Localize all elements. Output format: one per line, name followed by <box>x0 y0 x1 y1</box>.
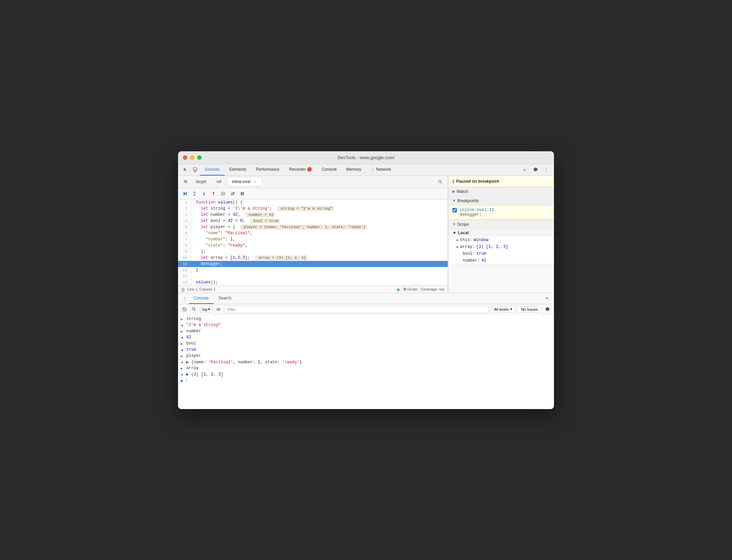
tab-console-bottom[interactable]: Console <box>189 293 214 304</box>
scope-array-arrow[interactable]: ▶ <box>457 245 459 249</box>
svg-marker-8 <box>184 192 186 195</box>
code-line: 10 let array = [1,2,3]; array = (3) [1, … <box>178 255 448 261</box>
more-options-icon[interactable]: ⋮ <box>542 165 551 174</box>
curly-braces-icon[interactable]: {} <box>181 287 185 292</box>
expand-arrow-icon[interactable]: ▶ <box>181 354 184 358</box>
file-tabbar: target ref inline-eval × <box>178 176 448 188</box>
eye-icon[interactable] <box>215 306 222 313</box>
close-tab-icon[interactable]: × <box>253 179 257 184</box>
scope-section-header[interactable]: ▼ Scope <box>448 220 554 229</box>
more-tabs-icon[interactable]: » <box>520 165 529 174</box>
breakpoint-checkbox[interactable] <box>452 208 457 212</box>
expand-arrow-icon[interactable]: ▶ <box>181 366 184 370</box>
step-into-button[interactable] <box>200 190 208 198</box>
tab-sources[interactable]: Sources <box>200 164 225 176</box>
tab-console[interactable]: Console <box>317 164 341 176</box>
resume-button[interactable] <box>181 190 189 198</box>
code-line: 8 "state": "ready", <box>178 242 448 249</box>
output-arrow-icon: ◀ <box>181 323 184 327</box>
main-nav: Sources Elements Performance Recorder 🔴 … <box>178 164 554 176</box>
toggle-navigator-icon[interactable] <box>181 177 190 186</box>
console-row-player-input: ▶ player <box>178 353 554 359</box>
search-in-file-icon[interactable] <box>435 177 445 186</box>
code-editor[interactable]: 1 function values() { 2 let string = 'I\… <box>178 199 448 285</box>
no-issues-button[interactable]: No Issues <box>517 306 542 312</box>
filter-icon[interactable] <box>190 306 198 313</box>
right-panel: ℹ Paused on breakpoint ▶ Watch ▼ Breakpo… <box>448 176 554 293</box>
breakpoint-notice-text: Paused on breakpoint <box>456 179 499 184</box>
close-console-icon[interactable]: × <box>543 294 551 303</box>
pause-on-exceptions-button[interactable] <box>238 190 246 198</box>
console-filter-input[interactable] <box>224 306 489 313</box>
file-tab-inline-eval[interactable]: inline-eval × <box>227 177 262 186</box>
file-tab-target[interactable]: target <box>191 177 211 186</box>
output-arrow-icon: ◀ <box>181 348 184 352</box>
step-over-button[interactable] <box>190 190 199 198</box>
info-icon: ℹ <box>452 179 454 184</box>
code-line: 4 let bool = 42 > 0; bool = true <box>178 218 448 224</box>
local-label: Local <box>458 230 469 235</box>
breakpoints-section-header[interactable]: ▼ Breakpoints <box>448 196 554 206</box>
console-settings-icon[interactable] <box>544 306 551 313</box>
tab-performance[interactable]: Performance <box>251 164 284 176</box>
code-line: 6 "name": "Parzival", <box>178 230 448 236</box>
close-button[interactable] <box>183 155 187 160</box>
console-row-number-input: ▶ number <box>178 328 554 335</box>
scope-this-arrow[interactable]: ▶ <box>457 238 459 242</box>
output-arrow-icon[interactable]: ◀ <box>181 360 184 364</box>
settings-icon[interactable] <box>531 165 540 174</box>
watch-collapse-icon: ▶ <box>452 190 455 193</box>
expand-arrow-icon[interactable]: ▶ <box>181 330 184 334</box>
clear-console-icon[interactable] <box>181 306 188 313</box>
breakpoint-item: inline-eval:11 debugger; <box>448 206 554 220</box>
sources-panel: target ref inline-eval × <box>178 176 448 293</box>
run-icon: ▶ <box>397 288 400 291</box>
inspect-icon[interactable] <box>181 165 190 174</box>
context-selector[interactable]: top ▾ <box>200 306 213 312</box>
expand-arrow-icon[interactable]: ▶ <box>181 342 184 346</box>
console-row-bool-input: ▶ bool <box>178 341 554 347</box>
cursor-position: Line 1, Column 1 <box>187 287 216 291</box>
tab-elements[interactable]: Elements <box>225 164 251 176</box>
device-icon[interactable] <box>190 165 200 174</box>
local-scope-header[interactable]: ▼ Local <box>448 229 554 237</box>
svg-marker-11 <box>203 194 205 195</box>
scope-bool: bool: true <box>448 250 554 257</box>
output-arrow-icon[interactable]: ◀ <box>181 373 184 377</box>
minimize-button[interactable] <box>190 155 194 160</box>
tab-memory[interactable]: Memory <box>341 164 366 176</box>
console-row-prompt[interactable]: ▶ | <box>178 378 554 384</box>
step-button[interactable] <box>219 190 227 198</box>
svg-rect-0 <box>193 168 197 170</box>
output-arrow-icon: ◀ <box>181 336 184 340</box>
tab-recorder[interactable]: Recorder 🔴 <box>284 164 317 176</box>
svg-rect-5 <box>184 182 187 183</box>
svg-point-19 <box>192 307 195 310</box>
expand-arrow-icon[interactable]: ▶ <box>181 317 184 321</box>
scope-collapse-icon: ▼ <box>452 222 456 226</box>
console-row-number-output: ◀ 42 <box>178 335 554 341</box>
tab-search[interactable]: Search <box>214 293 236 304</box>
code-line: 13 <box>178 273 448 279</box>
maximize-button[interactable] <box>197 155 202 160</box>
log-levels-selector[interactable]: All levels ▾ <box>491 306 515 312</box>
watch-section-header[interactable]: ▶ Watch <box>448 187 554 196</box>
deactivate-breakpoints-button[interactable] <box>229 190 237 198</box>
svg-line-7 <box>441 182 442 183</box>
code-line: 7 "number": 1, <box>178 236 448 242</box>
scope-array: ▶ array: (3) [1, 2, 3] <box>448 243 554 250</box>
svg-point-22 <box>218 309 219 310</box>
step-out-button[interactable] <box>209 190 218 198</box>
breakpoint-file: inline-eval:11 <box>460 208 494 212</box>
breakpoints-content: inline-eval:11 debugger; <box>448 206 554 220</box>
console-row-string-output: ◀ "I'm a string" <box>178 322 554 328</box>
console-row-array-output: ◀ ▶ (3) [1, 2, 3] <box>178 372 554 378</box>
console-row-bool-output: ◀ true <box>178 347 554 353</box>
code-line: 1 function values() { <box>178 199 448 206</box>
traffic-lights <box>183 155 202 160</box>
console-menu-icon[interactable]: ⋮ <box>181 294 189 303</box>
file-tab-ref[interactable]: ref <box>212 177 226 186</box>
svg-marker-12 <box>213 192 215 193</box>
tab-network[interactable]: ⚠ Network <box>366 164 396 176</box>
context-label: top <box>202 307 207 311</box>
